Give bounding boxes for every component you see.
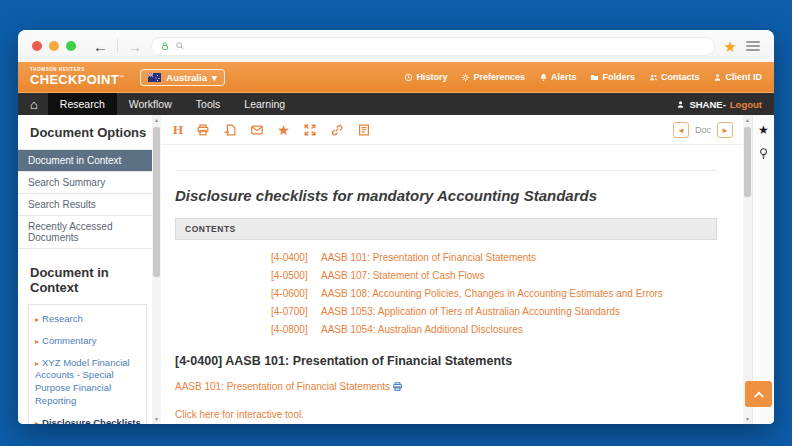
region-selector[interactable]: Australia ▾ xyxy=(140,69,224,86)
right-rail: ★ xyxy=(752,115,774,424)
document-body: Disclosure checklists for mandatory Acco… xyxy=(161,145,743,424)
email-icon[interactable] xyxy=(250,123,264,137)
forward-button[interactable]: → xyxy=(127,39,142,54)
nav-tab-workflow[interactable]: Workflow xyxy=(117,93,184,115)
header-link-folders[interactable]: Folders xyxy=(590,72,635,82)
sidebar-item-recently-accessed[interactable]: Recently Accessed Documents xyxy=(18,216,152,249)
export-icon[interactable] xyxy=(223,123,237,137)
browser-menu-icon[interactable] xyxy=(746,41,760,51)
folder-icon xyxy=(590,73,599,82)
minimize-window-button[interactable] xyxy=(49,41,59,51)
link-icon[interactable] xyxy=(330,123,344,137)
tree-item-label: Disclosure Checklists – Non-Reporting En… xyxy=(35,417,141,424)
tree-item-label: Research xyxy=(42,313,83,324)
contents-ref: [4-0400] xyxy=(271,249,311,267)
contents-ref: [4-0500] xyxy=(271,267,311,285)
tree-item-xyz-model[interactable]: ▸XYZ Model Financial Accounts - Special … xyxy=(35,357,141,408)
scroll-up-icon[interactable]: ▲ xyxy=(152,117,161,123)
nav-tab-tools[interactable]: Tools xyxy=(184,93,233,115)
tree-item-label: Commentary xyxy=(42,335,96,346)
address-bar[interactable] xyxy=(151,37,715,56)
back-button[interactable]: ← xyxy=(93,39,108,54)
prev-doc-button[interactable]: ◂ xyxy=(673,122,689,138)
content-area: H ★ xyxy=(161,115,743,424)
favorite-star-icon[interactable]: ★ xyxy=(277,122,290,138)
contents-link[interactable]: AASB 1054: Australian Additional Disclos… xyxy=(321,321,523,339)
contents-row: [4-0600] AASB 108: Accounting Policies, … xyxy=(271,285,717,303)
zoom-window-button[interactable] xyxy=(66,41,76,51)
contents-ref: [4-0800] xyxy=(271,321,311,339)
header-links: History Preferences Alerts Folders xyxy=(404,72,762,82)
close-window-button[interactable] xyxy=(32,41,42,51)
next-doc-button[interactable]: ▸ xyxy=(717,122,733,138)
browser-chrome: ← → ★ xyxy=(18,30,774,62)
sidebar-item-search-results[interactable]: Search Results xyxy=(18,194,152,216)
main-nav: ⌂ Research Workflow Tools Learning SHANE… xyxy=(18,92,774,115)
header-link-client-id[interactable]: Client ID xyxy=(713,72,762,82)
aasb-101-link-label: AASB 101: Presentation of Financial Stat… xyxy=(175,381,390,392)
contacts-icon xyxy=(649,73,658,82)
contents-link[interactable]: AASB 107: Statement of Cash Flows xyxy=(321,267,484,285)
print-document-icon[interactable] xyxy=(392,381,403,392)
header-link-label: History xyxy=(416,72,447,82)
contents-ref: [4-0700] xyxy=(271,303,311,321)
notes-icon[interactable] xyxy=(357,123,371,137)
interactive-tool-link[interactable]: Click here for interactive tool. xyxy=(175,409,717,420)
document-title: Disclosure checklists for mandatory Acco… xyxy=(175,187,717,204)
brand-label: CHECKPOINT™ xyxy=(30,73,124,86)
contents-link[interactable]: AASB 101: Presentation of Financial Stat… xyxy=(321,249,536,267)
scrollbar-thumb[interactable] xyxy=(153,127,160,277)
aasb-101-link[interactable]: AASB 101: Presentation of Financial Stat… xyxy=(175,381,717,392)
contents-link[interactable]: AASB 1053: Application of Tiers of Austr… xyxy=(321,303,620,321)
tree-item-research[interactable]: ▸Research xyxy=(35,313,141,326)
bullet-icon: ▸ xyxy=(35,419,39,424)
gear-icon xyxy=(461,73,470,82)
tree-item-commentary[interactable]: ▸Commentary xyxy=(35,335,141,348)
bookmark-star-icon[interactable]: ★ xyxy=(724,39,737,54)
highlight-icon[interactable]: H xyxy=(173,122,183,138)
tree-item-disclosure-checklists[interactable]: ▸Disclosure Checklists – Non-Reporting E… xyxy=(35,417,141,424)
scroll-down-icon[interactable]: ▼ xyxy=(743,416,752,422)
user-icon xyxy=(676,100,685,109)
scroll-to-top-button[interactable] xyxy=(745,381,772,407)
header-link-history[interactable]: History xyxy=(404,72,447,82)
contents-row: [4-0400] AASB 101: Presentation of Finan… xyxy=(271,249,717,267)
scroll-up-icon[interactable]: ▲ xyxy=(743,117,752,123)
scrollbar-thumb[interactable] xyxy=(744,127,751,197)
contents-list: [4-0400] AASB 101: Presentation of Finan… xyxy=(175,249,717,339)
header-link-alerts[interactable]: Alerts xyxy=(539,72,577,82)
sidebar-item-search-summary[interactable]: Search Summary xyxy=(18,172,152,194)
scroll-down-icon[interactable]: ▼ xyxy=(152,416,161,422)
header-link-contacts[interactable]: Contacts xyxy=(649,72,700,82)
home-icon[interactable]: ⌂ xyxy=(18,98,48,111)
bullet-icon: ▸ xyxy=(35,359,39,368)
header-link-label: Contacts xyxy=(661,72,700,82)
print-icon[interactable] xyxy=(196,123,210,137)
checkpoint-header: THOMSON REUTERS CHECKPOINT™ Australia ▾ … xyxy=(18,62,774,92)
australia-flag xyxy=(148,73,161,82)
main-area: Document Options Document in Context Sea… xyxy=(18,115,774,424)
content-scrollbar[interactable]: ▲ ▼ xyxy=(743,115,752,424)
search-icon xyxy=(175,41,185,51)
header-link-label: Preferences xyxy=(473,72,525,82)
browser-window: ← → ★ THOMSON REUTERS CHECKPOINT™ xyxy=(18,30,774,424)
sidebar-item-document-in-context[interactable]: Document in Context xyxy=(18,150,152,172)
favorites-rail-icon[interactable]: ★ xyxy=(758,124,769,136)
contents-link[interactable]: AASB 108: Accounting Policies, Changes i… xyxy=(321,285,663,303)
region-label: Australia xyxy=(166,72,207,83)
logout-link[interactable]: Logout xyxy=(730,99,762,110)
header-link-preferences[interactable]: Preferences xyxy=(461,72,525,82)
tree-item-label: XYZ Model Financial Accounts - Special P… xyxy=(35,357,130,406)
chevron-up-icon xyxy=(753,390,765,399)
sidebar: Document Options Document in Context Sea… xyxy=(18,115,152,424)
checkpoint-logo[interactable]: THOMSON REUTERS CHECKPOINT™ xyxy=(30,68,124,87)
section-heading: [4-0400] AASB 101: Presentation of Finan… xyxy=(175,354,717,368)
user-menu: SHANE- Logout xyxy=(676,99,762,110)
sidebar-scrollbar[interactable]: ▲ ▼ xyxy=(152,115,161,424)
header-link-label: Folders xyxy=(602,72,635,82)
nav-tab-research[interactable]: Research xyxy=(48,93,117,115)
lightbulb-icon[interactable] xyxy=(758,147,769,160)
history-icon xyxy=(404,73,413,82)
expand-icon[interactable] xyxy=(303,123,317,137)
nav-tab-learning[interactable]: Learning xyxy=(232,93,297,115)
